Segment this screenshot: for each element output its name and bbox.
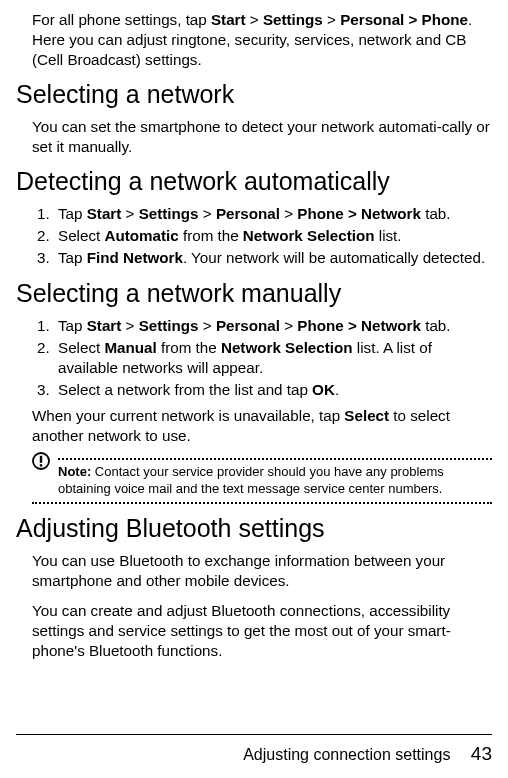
- svg-rect-2: [40, 464, 42, 466]
- warning-icon: [32, 452, 50, 470]
- list-item: Tap Find Network. Your network will be a…: [54, 248, 492, 268]
- note-text: Note: Contact your service provider shou…: [58, 464, 492, 498]
- dotted-divider: [58, 458, 492, 460]
- path-personal-phone: Personal > Phone: [340, 11, 468, 28]
- path-start: Start: [211, 11, 246, 28]
- list-item: Select Automatic from the Network Select…: [54, 226, 492, 246]
- list-item: Select Manual from the Network Selection…: [54, 338, 492, 378]
- list-item: Tap Start > Settings > Personal > Phone …: [54, 204, 492, 224]
- list-item: Tap Start > Settings > Personal > Phone …: [54, 316, 492, 336]
- select-manual-steps: Tap Start > Settings > Personal > Phone …: [32, 316, 492, 400]
- intro-paragraph: For all phone settings, tap Start > Sett…: [32, 10, 492, 70]
- sec1-paragraph: You can set the smartphone to detect you…: [32, 117, 492, 157]
- heading-detect-auto: Detecting a network automatically: [16, 165, 492, 198]
- footer-title: Adjusting connection settings: [243, 746, 450, 763]
- heading-selecting-network: Selecting a network: [16, 78, 492, 111]
- path-settings: Settings: [263, 11, 323, 28]
- sec4-p2: You can create and adjust Bluetooth conn…: [32, 601, 492, 661]
- page-footer: Adjusting connection settings 43: [16, 734, 492, 766]
- sec4-p1: You can use Bluetooth to exchange inform…: [32, 551, 492, 591]
- detect-auto-steps: Tap Start > Settings > Personal > Phone …: [32, 204, 492, 268]
- svg-rect-1: [40, 456, 42, 463]
- page-number: 43: [471, 743, 492, 764]
- dotted-divider: [32, 502, 492, 504]
- heading-bluetooth: Adjusting Bluetooth settings: [16, 512, 492, 545]
- sec3-tail-paragraph: When your current network is unavailable…: [32, 406, 492, 446]
- list-item: Select a network from the list and tap O…: [54, 380, 492, 400]
- heading-select-manual: Selecting a network manually: [16, 277, 492, 310]
- note-block: Note: Contact your service provider shou…: [32, 458, 492, 504]
